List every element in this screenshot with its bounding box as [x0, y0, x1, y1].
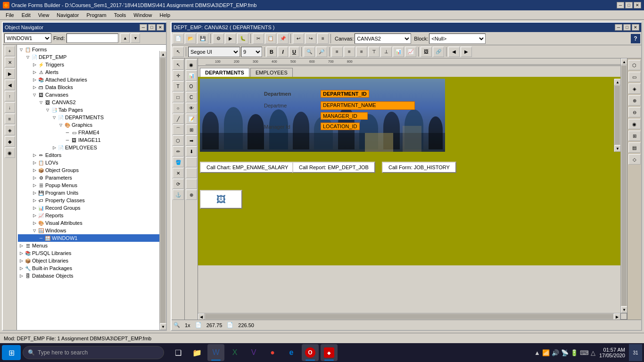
freehand-tool-btn[interactable]: ✏: [173, 146, 184, 156]
taskbar-search-bar[interactable]: 🔍 Type here to search: [23, 346, 164, 359]
taskbar-chrome-btn[interactable]: ●: [264, 344, 281, 361]
canvas-minimize-btn[interactable]: ─: [615, 24, 622, 31]
redo-btn[interactable]: ↪: [305, 33, 316, 44]
taskbar-oracle-btn[interactable]: O: [302, 344, 319, 361]
canvas-inner-scroll-v[interactable]: ▲ ▼: [614, 79, 620, 152]
open-btn[interactable]: 📂: [185, 33, 196, 44]
right-tool5-btn[interactable]: ⊖: [628, 107, 641, 117]
expand-plsql-libraries-icon[interactable]: ▷: [18, 250, 25, 256]
expand-canvases-icon[interactable]: [31, 91, 38, 98]
color3-btn[interactable]: [186, 179, 197, 189]
grid-tool-btn[interactable]: ⊞: [186, 124, 197, 135]
expand-graphics-icon[interactable]: [58, 122, 64, 128]
tree-item-plsql-libraries[interactable]: ▷ 📚 PL/SQL Libraries: [18, 249, 165, 257]
expand-object-libraries-icon[interactable]: ▷: [18, 257, 25, 264]
main-scroll-h[interactable]: ◀ ▶: [198, 313, 620, 320]
expand-attached-libraries-icon[interactable]: ▷: [31, 76, 38, 83]
tree-item-graphics[interactable]: 🎨 Graphics: [18, 121, 165, 129]
nav-restore-btn[interactable]: □: [148, 24, 156, 31]
expand-record-groups-icon[interactable]: ▷: [31, 205, 38, 211]
color2-btn[interactable]: [186, 168, 197, 178]
tree-item-menus[interactable]: ▷ ☰ Menus: [18, 242, 165, 249]
right-tool4-btn[interactable]: ⊕: [628, 95, 641, 106]
nav-find-up-btn[interactable]: ▲: [120, 33, 130, 43]
expand-tab-pages-icon[interactable]: [44, 107, 51, 113]
text-area-btn[interactable]: 📝: [186, 114, 197, 124]
expand-property-classes-icon[interactable]: ▷: [31, 197, 38, 204]
nav-expand-btn[interactable]: ▶: [5, 68, 15, 79]
right-tool2-btn[interactable]: ▭: [628, 72, 641, 82]
tray-wifi-icon[interactable]: 📡: [561, 349, 569, 356]
canvas-select[interactable]: CANVAS2: [355, 33, 411, 44]
tab-employees[interactable]: EMPLOYEES: [250, 68, 293, 77]
tree-item-image11[interactable]: ─ 🖼 IMAGE11: [18, 136, 165, 144]
main-scroll-down-btn[interactable]: ▼: [621, 306, 627, 313]
nav-prev-btn[interactable]: ◀: [448, 47, 460, 57]
menu-edit[interactable]: Edit: [18, 11, 34, 19]
display-tool-btn[interactable]: ◉: [186, 59, 197, 70]
ole-tool-btn[interactable]: O: [186, 81, 197, 91]
tree-item-property-classes[interactable]: ▷ 🏷 Property Classes: [18, 197, 165, 204]
menu-file[interactable]: File: [2, 11, 18, 19]
align-center-btn[interactable]: ≡: [344, 47, 355, 57]
expand-forms-icon[interactable]: [18, 46, 25, 53]
expand-database-objects-icon[interactable]: ▷: [18, 272, 25, 279]
new-btn[interactable]: 📄: [173, 33, 184, 44]
taskbar-vs-btn[interactable]: V: [245, 344, 262, 361]
canvas-restore-btn[interactable]: □: [623, 24, 631, 31]
right-tool6-btn[interactable]: ◉: [628, 119, 641, 129]
nav-create-btn[interactable]: +: [5, 46, 15, 56]
mirror-tool-btn[interactable]: 👁: [186, 103, 197, 113]
main-scroll-up-btn[interactable]: ▲: [621, 58, 627, 65]
expand-program-units-icon[interactable]: ▷: [31, 189, 38, 196]
crosshair-tool-btn[interactable]: ✛: [173, 70, 184, 81]
expand-parameters-icon[interactable]: ▷: [31, 174, 38, 181]
call-form-btn[interactable]: Call Form: JOB_HISTORY: [382, 162, 456, 173]
tray-network-icon[interactable]: 📶: [542, 349, 550, 356]
fill-tool-btn[interactable]: 🪣: [173, 157, 184, 167]
chart-tool-btn[interactable]: 📊: [186, 70, 197, 81]
expand-windows-icon[interactable]: [31, 227, 38, 234]
nav-scroll-down-btn[interactable]: ▼: [160, 323, 166, 330]
menu-view[interactable]: View: [34, 11, 53, 19]
nav-tool3-btn[interactable]: ◉: [5, 148, 15, 158]
notification-area[interactable]: 31: [629, 344, 642, 361]
taskbar-word-btn[interactable]: W: [207, 344, 224, 361]
tree-item-database-objects[interactable]: ▷ 🗄 Database Objects: [18, 272, 165, 280]
tree-item-canvases[interactable]: 🖼 Canvases: [18, 91, 165, 99]
right-tool9-btn[interactable]: ◇: [628, 154, 641, 165]
menu-tools[interactable]: Tools: [110, 11, 130, 19]
expand-reports-icon[interactable]: ▷: [31, 212, 38, 219]
tree-item-alerts[interactable]: ▷ ⚠ Alerts: [18, 68, 165, 76]
italic-btn[interactable]: I: [278, 47, 288, 57]
nav-delete-btn[interactable]: ✕: [5, 57, 15, 67]
right-tool8-btn[interactable]: ▤: [628, 142, 641, 153]
taskbar-edge-btn[interactable]: e: [283, 344, 300, 361]
run-btn[interactable]: ▶: [225, 33, 236, 44]
nav-move-up-btn[interactable]: ↑: [5, 91, 15, 101]
nav-move-down-btn[interactable]: ↓: [5, 102, 15, 113]
taskbar-task-view-btn[interactable]: ❑: [170, 344, 187, 361]
tool-extra-btn[interactable]: ⊕: [186, 189, 197, 200]
tool-x-btn[interactable]: ➡: [186, 135, 197, 146]
nav-window-select[interactable]: WINDOW1: [4, 33, 51, 43]
nav-scroll-up-btn[interactable]: ▲: [160, 51, 166, 58]
bar-chart-btn[interactable]: 📈: [405, 47, 416, 57]
line-tool-btn[interactable]: ╱: [173, 114, 184, 124]
right-tool1-btn[interactable]: ⬡: [628, 60, 641, 70]
canvas-scroll-up-btn[interactable]: ▲: [614, 79, 620, 85]
menu-navigator[interactable]: Navigator: [53, 11, 83, 19]
bold-btn[interactable]: B: [266, 47, 277, 57]
tree-item-record-groups[interactable]: ▷ 📊 Record Groups: [18, 204, 165, 212]
chart-btn[interactable]: 📊: [393, 47, 404, 57]
right-tool3-btn[interactable]: ◈: [628, 83, 641, 94]
tree-item-attached-libraries[interactable]: ▷ 📚 Attached Libraries: [18, 76, 165, 83]
expand-triggers-icon[interactable]: ▷: [31, 61, 38, 68]
expand-popup-menus-icon[interactable]: ▷: [31, 182, 38, 189]
canvas-scroll-down-btn[interactable]: ▼: [614, 145, 620, 152]
size-select[interactable]: 9: [241, 47, 262, 57]
expand-dept-emp-icon[interactable]: [25, 54, 31, 60]
font-select[interactable]: Segoe UI: [188, 47, 240, 57]
cut-btn[interactable]: ✂: [253, 33, 264, 44]
expand-menus-icon[interactable]: ▷: [18, 242, 25, 249]
